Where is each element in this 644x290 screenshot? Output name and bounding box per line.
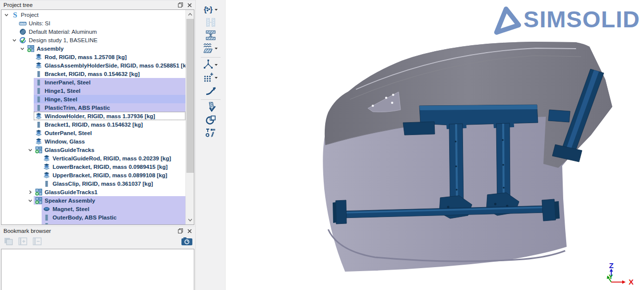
tree-item-content[interactable]: OuterPanel, Steel [34,129,185,137]
tree-item-content[interactable]: Hinge, Steel [34,95,185,103]
tree-item-content[interactable]: Rod, RIGID, mass 1.25708 [kg] [34,53,185,61]
tree-scrollbar[interactable] [185,10,194,224]
tree-item[interactable]: Rod, RIGID, mass 1.25708 [kg] [1,53,185,61]
tree-item[interactable]: UpperBracket, RIGID, mass 0.0899108 [kg] [1,171,185,179]
virtual-connectors-button[interactable] [198,59,224,72]
tree-item[interactable]: Assembly [1,44,185,53]
tree-item[interactable]: GlassGuideTracks1 [1,188,185,196]
tree-item-content[interactable]: Bracket, RIGID, mass 0.154632 [kg] [34,70,185,78]
tree-item[interactable]: InnerPanel, Steel [1,78,185,86]
assembly-icon [35,188,43,196]
tree-item[interactable]: Speaker Assembly [1,196,185,205]
chevron-expanded-icon[interactable] [26,147,34,152]
tree-item-content[interactable]: Assembly [26,44,185,53]
contact-conditions-button[interactable] [198,43,224,56]
tree-item-content[interactable]: GlassAssemblyHolderSide, RIGID, mass 0.2… [34,61,192,70]
tree-item-content[interactable]: PlasticTrim, ABS Plastic [34,103,185,112]
tree-item[interactable]: Design study 1, BASELINE [1,36,185,44]
tree-item[interactable]: OuterBody, ABS Plastic [1,213,185,221]
tree-item-content[interactable] [42,221,185,225]
tree-item[interactable]: Units: SI [1,19,185,27]
tree-item-content[interactable]: GlassClip, RIGID, mass 0.361037 [kg] [42,179,185,188]
scroll-down-icon[interactable] [186,216,194,224]
tree-item[interactable] [1,221,185,225]
tree-item[interactable]: Bracket1, RIGID, mass 0.154632 [kg] [1,120,185,129]
bolt-nut-tightening-button[interactable] [198,127,224,140]
tree-item-content[interactable]: Speaker Assembly [34,196,185,205]
hinge-hole [391,102,394,104]
tree-item[interactable]: Default Material: Aluminum [1,27,185,36]
tree-item[interactable]: Magnet, Steel [1,205,185,213]
tree-item-content[interactable]: SProject [10,10,185,19]
tree-item-content[interactable]: GlassGuideTracks [34,145,185,154]
tree-item[interactable]: Hinge, Steel [1,95,185,103]
chevron-expanded-icon[interactable] [10,38,18,43]
chevron-collapsed-icon[interactable] [26,190,34,195]
tree-item[interactable]: VerticalGuideRod, RIGID, mass 0.20239 [k… [1,154,185,162]
bookmark-list[interactable] [1,249,194,290]
chevron-down-icon[interactable] [214,72,218,85]
viewport-3d[interactable]: SIMSOLID [226,0,644,290]
chevron-expanded-icon[interactable] [18,46,26,51]
material-icon [19,28,27,36]
tree-item-content[interactable]: Window, Glass [34,137,185,145]
automatic-connections-button[interactable] [198,30,224,43]
tree-item-content[interactable]: Design study 1, BASELINE [18,36,185,44]
close-icon[interactable] [185,227,194,235]
tree-item-content[interactable]: VerticalGuideRod, RIGID, mass 0.20239 [k… [42,154,185,162]
tree-item-content[interactable]: UpperBracket, RIGID, mass 0.0899108 [kg] [42,171,185,179]
seam-welds-button[interactable] [198,85,224,98]
tree-item-content[interactable]: LowerBracket, RIGID, mass 0.0989415 [kg] [42,162,185,171]
assembly-icon [35,146,43,154]
tree-item-content[interactable]: GlassGuideTracks1 [34,188,185,196]
connection-groups-button[interactable] [198,114,224,127]
tree-item[interactable]: GlassAssemblyHolderSide, RIGID, mass 0.2… [1,61,185,70]
tree-item-content[interactable]: Hinge1, Steel [34,86,185,95]
chevron-expanded-icon[interactable] [26,198,34,203]
tree-item[interactable]: PlasticTrim, ABS Plastic [1,103,185,112]
tree-item-label: GlassAssemblyHolderSide, RIGID, mass 0.2… [45,63,191,69]
tree-item-content[interactable]: Magnet, Steel [42,205,185,213]
project-icon: S [11,11,19,19]
assembly-icon [27,45,35,53]
tree-item-content[interactable]: OuterBody, ABS Plastic [42,213,185,221]
tree-item[interactable]: WindowHolder, RIGID, mass 1.37936 [kg] [1,112,185,120]
review-connections-button[interactable] [198,101,224,114]
rigid-icon [35,138,43,145]
chevron-down-icon[interactable] [214,43,218,56]
tree-item-label: GlassClip, RIGID, mass 0.361037 [kg] [53,181,153,187]
tree-item-content[interactable]: WindowHolder, RIGID, mass 1.37936 [kg] [34,112,185,120]
chevron-expanded-icon[interactable] [2,12,10,17]
tree-item-content[interactable]: Units: SI [18,19,185,27]
camera-button[interactable] [181,237,192,247]
tree-item[interactable]: OuterPanel, Steel [1,129,185,137]
tree-item-label: VerticalGuideRod, RIGID, mass 0.20239 [k… [53,155,171,161]
close-icon[interactable] [185,1,194,9]
tree-item[interactable]: GlassClip, RIGID, mass 0.361037 [kg] [1,179,185,188]
chevron-down-icon[interactable] [214,59,218,72]
float-icon[interactable] [176,1,185,9]
tree-item-label: Bracket, RIGID, mass 0.154632 [kg] [45,71,140,77]
expand-all-button [17,237,28,247]
chevron-down-icon[interactable] [214,4,218,17]
tree-item-label: Hinge, Steel [45,96,77,102]
part-icon [43,180,51,188]
tree-item[interactable]: LowerBracket, RIGID, mass 0.0989415 [kg] [1,162,185,171]
scrollbar-thumb[interactable] [186,19,194,173]
tree-item[interactable]: Hinge1, Steel [1,86,185,95]
part-icon [35,104,43,112]
tree-item[interactable]: SProject [1,10,185,19]
group-parts-button[interactable]: {} [198,4,224,17]
tree-item-content[interactable]: Default Material: Aluminum [18,27,185,36]
tree-item-content[interactable]: InnerPanel, Steel [34,78,185,86]
tree-item-content[interactable]: Bracket1, RIGID, mass 0.154632 [kg] [34,120,185,129]
scroll-up-icon[interactable] [186,10,194,18]
float-icon[interactable] [176,227,185,235]
tree-item-label: Window, Glass [45,139,85,145]
tree-item[interactable]: Window, Glass [1,137,185,145]
tree-item[interactable]: GlassGuideTracks [1,145,185,154]
collapse-all-button [32,237,43,247]
part-icon [35,70,43,78]
spot-welds-button[interactable] [198,72,224,85]
tree-item[interactable]: Bracket, RIGID, mass 0.154632 [kg] [1,70,185,78]
